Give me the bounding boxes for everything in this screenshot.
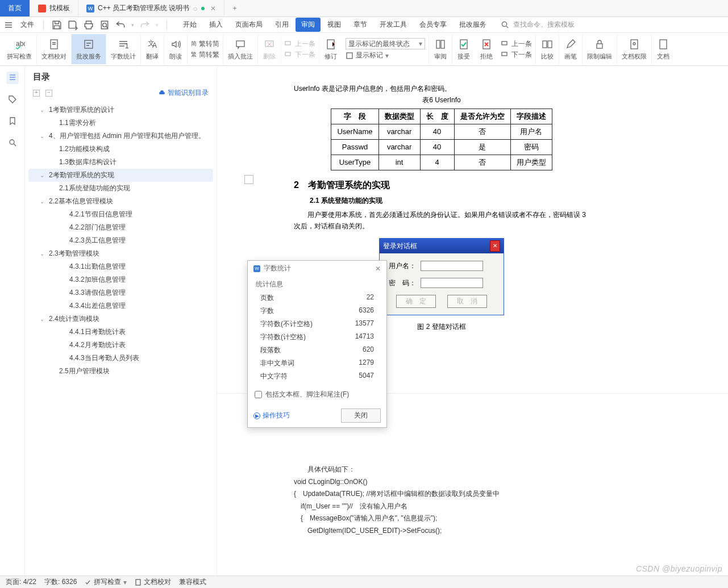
toc-item[interactable]: 1.1需求分析 [28,116,213,130]
print-preview-icon[interactable] [99,20,110,30]
toc-item[interactable]: 4.2.3员工信息管理 [28,234,213,247]
reject-button[interactable]: 拒绝 [475,34,498,64]
tab-correction[interactable]: 批改服务 [454,18,492,32]
svg-point-1 [502,22,506,26]
print-icon[interactable] [84,20,94,30]
translate-button[interactable]: 文A翻译 [141,34,164,64]
svg-rect-14 [436,40,440,48]
next-change-button[interactable]: 下一条 [501,50,532,60]
tab-layout[interactable]: 页面布局 [230,18,268,32]
undo-dropdown-icon[interactable]: ▾ [131,22,134,28]
simp-to-trad-button[interactable]: 繁简转繁 [191,50,219,60]
restrict-edit-button[interactable]: 限制编辑 [583,34,617,64]
track-changes-button[interactable]: 修订 [319,34,342,64]
svg-rect-8 [236,41,244,47]
section-title: 统计信息 [256,280,378,289]
smart-toc-button[interactable]: 智能识别目录 [159,88,209,98]
toc-item[interactable]: 4.2.2部门信息管理 [28,221,213,234]
rail-tag-icon[interactable] [6,93,19,106]
rail-search-icon[interactable] [6,136,19,149]
toc-item[interactable]: ⌄1考勤管理系统的设计 [28,103,213,116]
include-textbox-checkbox[interactable]: 包括文本框、脚注和尾注(F) [248,385,386,404]
tips-link[interactable]: ▶操作技巧 [253,411,290,420]
document-tab[interactable]: W C++ 员工考勤管理系统 说明书 ○ ✕ [78,0,224,16]
trad-to-simp-button[interactable]: 简繁转简 [191,39,219,49]
save-icon[interactable] [52,20,62,30]
show-markup-button[interactable]: 显示标记▾ [346,51,425,60]
rail-bookmark-icon[interactable] [6,115,19,127]
toc-item[interactable]: 4.4.3当日考勤人员列表 [28,352,213,365]
toc-item[interactable]: ⌄2.4统计查询模块 [28,312,213,326]
close-button[interactable]: 关闭 [341,408,381,423]
toc-item[interactable]: 4.4.2月考勤统计表 [28,339,213,352]
heading-21: 2.1 系统登陆功能的实现 [310,195,589,206]
spellcheck-status[interactable]: 拼写检查▾ [85,577,127,587]
quick-access-toolbar: ▾ ▾ [48,20,162,30]
toc-item[interactable]: ⌄4、用户管理包括 Admin 用户管理和其他用户管理。 [28,130,213,143]
expand-all-icon[interactable]: + [33,90,40,97]
simplified-traditional-group: 简繁转简 繁简转繁 [188,34,223,64]
toc-item[interactable]: ⌄2考勤管理系统的实现 [28,169,213,182]
spellcheck-label: 拼写检查 [7,52,32,61]
tab-view[interactable]: 视图 [322,18,347,32]
toc-list[interactable]: ⌄1考勤管理系统的设计1.1需求分析⌄4、用户管理包括 Admin 用户管理和其… [25,102,217,576]
toc-item[interactable]: 4.3.1出勤信息管理 [28,260,213,273]
tab-chapter[interactable]: 章节 [348,18,373,32]
saveas-icon[interactable] [68,20,78,30]
command-search[interactable]: 查找命令、搜索模板 [501,20,575,30]
prev-change-button[interactable]: 上一条 [501,39,532,49]
close-icon[interactable]: ✕ [210,5,216,12]
hamburger-icon[interactable] [5,21,13,29]
tab-reference[interactable]: 引用 [269,18,294,32]
display-mode-select[interactable]: 显示标记的最终状态▾ [346,38,425,49]
read-aloud-button[interactable]: 朗读 [164,34,188,64]
doc-permission-button[interactable]: 文档权限 [617,34,652,64]
toc-item[interactable]: 2.5用户管理模块 [28,365,213,378]
insert-comment-button[interactable]: 插入批注 [223,34,258,64]
tab-devtools[interactable]: 开发工具 [374,18,413,32]
spellcheck-button[interactable]: abc拼写检查 [2,34,37,64]
close-icon[interactable]: ✕ [375,265,381,273]
toc-item[interactable]: 4.3.3请假信息管理 [28,286,213,299]
wordcount-indicator[interactable]: 字数: 6326 [44,577,77,587]
toc-item[interactable]: 1.2功能模块构成 [28,143,213,156]
proofread-status[interactable]: 文档校对 [135,577,171,587]
pen-button[interactable]: 画笔 [559,34,583,64]
wordcount-button[interactable]: 123字数统计 [106,34,141,64]
review-service-button[interactable]: 批改服务 [72,34,106,64]
toc-item[interactable]: ⌄2.2基本信息管理模块 [28,195,213,208]
stat-row: 字数6326 [256,305,378,318]
review-pane-button[interactable]: 审阅 [429,34,452,64]
undo-icon[interactable] [115,20,126,30]
toc-item[interactable]: 2.1系统登陆功能的实现 [28,182,213,195]
toc-item[interactable]: 1.3数据库结构设计 [28,156,213,169]
compare-button[interactable]: 比较 [536,34,559,64]
templates-tab[interactable]: 找模板 [30,0,78,16]
toc-item[interactable]: 4.4.1日考勤统计表 [28,326,213,339]
redo-dropdown-icon[interactable]: ▾ [156,22,159,28]
toc-item-label: 4.4.2月考勤统计表 [69,340,126,350]
file-menu[interactable]: 文件 [16,20,39,30]
accept-button[interactable]: 接受 [452,34,475,64]
proofread-button[interactable]: 文档校对 [37,34,72,64]
tab-start[interactable]: 开始 [177,18,202,32]
redo-icon[interactable] [140,20,150,30]
search-placeholder: 查找命令、搜索模板 [513,20,575,30]
stat-row: 中文字符5047 [256,370,378,383]
rail-toc-icon[interactable] [6,72,19,84]
tab-vip[interactable]: 会员专享 [414,18,452,32]
page-indicator[interactable]: 页面: 4/22 [6,577,36,587]
collapse-all-icon[interactable]: − [45,90,52,97]
doc-more-button[interactable]: 文档 [652,34,675,64]
tab-review[interactable]: 审阅 [296,18,321,32]
new-tab-button[interactable]: ＋ [224,0,245,16]
review-service-label: 批改服务 [76,52,101,61]
toc-item[interactable]: 4.2.1节假日信息管理 [28,208,213,221]
checkbox-input[interactable] [255,391,262,398]
home-tab[interactable]: 首页 [0,0,30,16]
tab-insert[interactable]: 插入 [203,18,228,32]
toc-item[interactable]: ⌄2.3考勤管理模块 [28,247,213,260]
delete-comment-label: 删除 [263,52,276,61]
toc-item[interactable]: 4.3.2加班信息管理 [28,273,213,286]
toc-item[interactable]: 4.3.4出差信息管理 [28,299,213,312]
